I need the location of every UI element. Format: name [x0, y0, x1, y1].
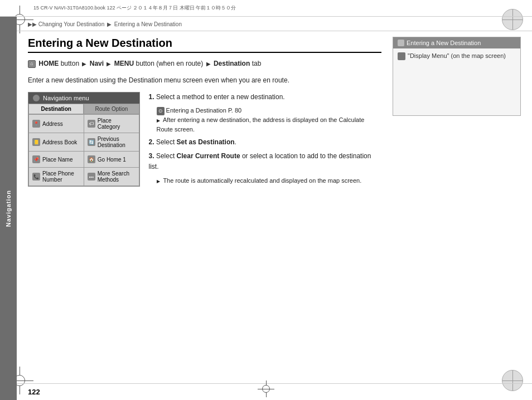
- arrow-3: ▶: [206, 60, 211, 68]
- step-1: 1. Select a method to enter a new destin…: [149, 92, 381, 103]
- nav-item-address[interactable]: 📍 Address: [29, 115, 84, 133]
- nav-menu-grid: 📍 Address 🏷 Place Category 📒 Address Boo…: [28, 114, 139, 186]
- bottom-bar: 122: [17, 383, 532, 400]
- page-header: 15 CR-V NAVI-31T0A8100.book 122 ページ ２０１４…: [0, 0, 532, 17]
- nav-menu-title: Navigation menu: [28, 92, 139, 104]
- right-sidebar-item-text: "Display Menu" (on the map screen): [408, 52, 506, 60]
- nav-item-address-label: Address: [42, 121, 63, 127]
- step-1-sub-2: After entering a new destination, the ad…: [157, 115, 381, 134]
- arrow-2: ▶: [107, 60, 111, 68]
- step-1-text: Select a method to enter a new destinati…: [156, 93, 285, 101]
- step-1-sub-2-text: After entering a new destination, the ad…: [157, 116, 365, 133]
- filename-text: 15 CR-V NAVI-31T0A8100.book 122 ページ ２０１４…: [33, 4, 499, 12]
- address-icon: 📍: [32, 120, 40, 128]
- nav-item-phone-label: Place Phone Number: [42, 170, 80, 183]
- breadcrumb-item-2: Entering a New Destination: [114, 21, 182, 27]
- button-label-2: button: [136, 60, 154, 67]
- steps-container: 1. Select a method to enter a new destin…: [149, 92, 381, 185]
- nav-item-address-book-label: Address Book: [42, 139, 77, 145]
- nav-item-address-book[interactable]: 📒 Address Book: [29, 133, 84, 151]
- right-sidebar-header-icon: [398, 40, 404, 46]
- navi-label: Navi: [90, 60, 104, 67]
- nav-item-previous-dest-label: Previous Destination: [98, 136, 136, 148]
- step-3-text: Select Clear Current Route or select a l…: [149, 152, 371, 170]
- nav-item-phone[interactable]: 📞 Place Phone Number: [29, 168, 84, 186]
- page-number: 122: [28, 388, 40, 396]
- nav-item-place-name-label: Place Name: [42, 157, 72, 163]
- main-content: ▶▶ Changing Your Destination ▶ Entering …: [17, 17, 532, 383]
- breadcrumb-separator: ▶: [107, 21, 112, 27]
- more-search-icon: •••: [88, 173, 95, 181]
- nav-menu-title-text: Navigation menu: [43, 95, 89, 101]
- right-sidebar-item-1: "Display Menu" (on the map screen): [398, 52, 516, 60]
- nav-item-place-category-label: Place Category: [98, 118, 136, 130]
- step-2-number: 2.: [149, 138, 154, 146]
- entering-dest-icon: ⊙: [157, 107, 165, 116]
- breadcrumb-item-1: Changing Your Destination: [38, 21, 104, 27]
- nav-item-place-category[interactable]: 🏷 Place Category: [84, 115, 139, 133]
- nav-item-go-home-label: Go Home 1: [98, 157, 126, 163]
- step-2: 2. Select Set as Destination.: [149, 137, 381, 148]
- home-icon: [28, 60, 36, 68]
- right-sidebar-header-text: Entering a New Destination: [407, 40, 481, 46]
- sidebar-label: Navigation: [5, 190, 12, 227]
- step-1-sub-1: ⊙ Entering a Destination P. 80: [157, 106, 381, 115]
- tab-label: tab: [252, 60, 262, 67]
- nav-menu-tabs: Destination Route Option: [28, 104, 139, 114]
- previous-dest-icon: 🔄: [88, 138, 95, 146]
- content-body: Entering a New Destination HOME button ▶…: [17, 31, 532, 383]
- page-title: Entering a New Destination: [28, 37, 381, 53]
- step-3-number: 3.: [149, 152, 154, 160]
- breadcrumb-arrow-icon: ▶▶: [28, 21, 37, 27]
- content-row: Navigation menu Destination Route Option…: [28, 92, 381, 194]
- instruction-line: HOME button ▶ Navi ▶ MENU button (when e…: [28, 58, 381, 69]
- menu-label: MENU: [114, 60, 134, 67]
- tab-destination[interactable]: Destination: [28, 104, 84, 114]
- step-1-number: 1.: [149, 93, 154, 101]
- nav-menu-screenshot: Navigation menu Destination Route Option…: [28, 92, 140, 187]
- address-book-icon: 📒: [32, 138, 40, 146]
- right-sidebar-body: "Display Menu" (on the map screen): [393, 48, 520, 115]
- nav-item-more-search[interactable]: ••• More Search Methods: [84, 168, 139, 186]
- when-en-route: (when en route): [156, 60, 203, 67]
- tab-route-option[interactable]: Route Option: [84, 104, 139, 114]
- description-text: Enter a new destination using the Destin…: [28, 75, 381, 85]
- phone-icon: 📞: [32, 173, 40, 181]
- navigation-sidebar: Navigation: [0, 17, 17, 400]
- nav-item-more-search-label: More Search Methods: [98, 170, 136, 183]
- step-1-sub-1-text: Entering a Destination P. 80: [166, 107, 242, 114]
- right-sidebar-header: Entering a New Destination: [393, 37, 520, 48]
- arrow-1: ▶: [82, 60, 86, 68]
- center-crosshair-bottom: [258, 381, 274, 397]
- step-3-sub-1: The route is automatically recalculated …: [157, 176, 381, 186]
- step-3-sub-1-text: The route is automatically recalculated …: [163, 177, 361, 184]
- home-label: HOME: [38, 60, 59, 67]
- button-label-1: button: [61, 60, 79, 67]
- go-home-icon: 🏠: [88, 155, 95, 163]
- nav-menu-icon: [33, 95, 40, 101]
- breadcrumb: ▶▶ Changing Your Destination ▶ Entering …: [17, 17, 532, 31]
- right-sidebar-item-icon: [398, 52, 405, 60]
- right-sidebar: Entering a New Destination "Display Menu…: [393, 37, 521, 378]
- place-category-icon: 🏷: [88, 120, 95, 128]
- destination-label: Destination: [214, 60, 250, 67]
- nav-item-previous-dest[interactable]: 🔄 Previous Destination: [84, 133, 139, 151]
- nav-item-go-home[interactable]: 🏠 Go Home 1: [84, 152, 139, 167]
- nav-item-place-name[interactable]: 📌 Place Name: [29, 152, 84, 167]
- right-sidebar-box: Entering a New Destination "Display Menu…: [393, 37, 521, 116]
- step-3: 3. Select Clear Current Route or select …: [149, 151, 381, 172]
- left-content: Entering a New Destination HOME button ▶…: [28, 37, 381, 378]
- nav-menu-body: Destination Route Option 📍 Address 🏷 Pla…: [28, 104, 139, 186]
- step-2-text: Select Set as Destination.: [156, 138, 236, 146]
- place-name-icon: 📌: [32, 155, 40, 163]
